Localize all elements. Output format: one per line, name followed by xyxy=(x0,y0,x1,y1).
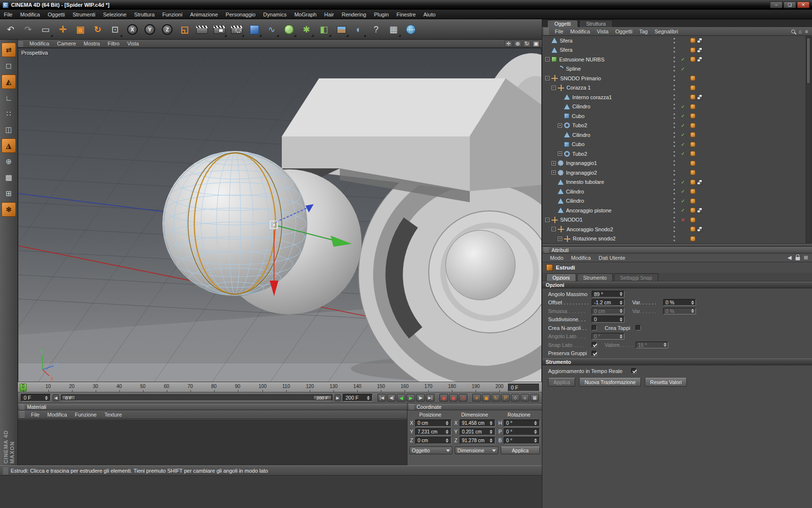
enabled-check-icon[interactable]: ✓ xyxy=(680,104,686,109)
menu-finestre[interactable]: Finestre xyxy=(392,11,420,18)
menu-animazione[interactable]: Animazione xyxy=(186,11,221,18)
enabled-check-icon[interactable]: ✓ xyxy=(680,189,686,194)
spinner-down-icon[interactable] xyxy=(490,423,493,425)
spinner[interactable] xyxy=(534,430,538,434)
toggle-view-icon[interactable]: ▣ xyxy=(532,40,540,47)
visibility-dot-bottom[interactable] xyxy=(673,154,676,157)
crea-nangoli-checkbox[interactable] xyxy=(592,325,597,330)
grip-handle[interactable] xyxy=(544,247,549,252)
make-editable-button[interactable]: ⇄ xyxy=(1,43,16,57)
object-axis-mode-button[interactable]: ⊕ xyxy=(1,154,16,169)
object-tree-item[interactable]: −SNODO Primario xyxy=(542,74,812,83)
edges-mode-button[interactable]: ◫ xyxy=(1,122,16,137)
timeline-layout-button[interactable]: ▦ xyxy=(530,394,539,402)
add-sky-button[interactable]: ◐ xyxy=(350,21,367,38)
enabled-check-icon[interactable]: ✓ xyxy=(680,179,686,185)
spinner-up-icon[interactable] xyxy=(534,430,537,432)
grip-handle[interactable] xyxy=(544,28,549,35)
phong-tag-icon[interactable] xyxy=(690,217,696,223)
offset-field[interactable]: -1.2 cm xyxy=(592,299,624,306)
snap-magnet-button[interactable]: ∪ xyxy=(521,394,529,402)
materials-menu-file[interactable]: File xyxy=(27,412,44,418)
spinner[interactable] xyxy=(45,396,49,400)
scrollbar-thumb[interactable] xyxy=(807,38,811,84)
object-tree-item[interactable]: +Tubo2✓ xyxy=(542,121,812,131)
key-parameter-button[interactable]: P xyxy=(501,394,510,402)
expander-icon[interactable]: + xyxy=(551,170,556,175)
materials-menu-texture[interactable]: Texture xyxy=(101,412,126,418)
spinner[interactable] xyxy=(446,438,450,443)
wireframe-sphere-body[interactable] xyxy=(162,151,307,296)
add-nurbs-button[interactable] xyxy=(281,21,297,38)
visibility-toggles[interactable] xyxy=(673,160,676,166)
menu-rendering[interactable]: Rendering xyxy=(338,11,370,18)
end-frame-field[interactable]: 200 F xyxy=(343,394,373,402)
visibility-dot-top[interactable] xyxy=(673,113,676,116)
coord-value-field[interactable]: 0.201 cm xyxy=(460,428,496,435)
visibility-dot-bottom[interactable] xyxy=(673,60,676,63)
scale-button[interactable]: ▣ xyxy=(72,21,88,38)
phong-tag-icon[interactable] xyxy=(690,198,696,204)
texture-tag-icon[interactable] xyxy=(697,57,702,62)
add-primitive-button[interactable] xyxy=(246,21,262,38)
visibility-toggles[interactable] xyxy=(673,179,676,185)
visibility-dot-bottom[interactable] xyxy=(673,126,676,129)
key-position-button[interactable]: ✛ xyxy=(472,394,481,402)
spinner-down-icon[interactable] xyxy=(490,432,493,434)
visibility-dot-bottom[interactable] xyxy=(673,173,676,176)
texture-tag-icon[interactable] xyxy=(697,208,702,213)
phong-tag-icon[interactable] xyxy=(690,226,696,232)
visibility-toggles[interactable] xyxy=(673,113,676,120)
nuova-trasformazione-button[interactable]: Nuova Trasformazione xyxy=(579,378,641,387)
axis-lock-mode-button[interactable]: ✻ xyxy=(1,202,16,217)
dimensione-dropdown[interactable]: Dimensione xyxy=(455,447,498,454)
scroll-right-button[interactable]: ▶ xyxy=(334,394,341,401)
frame-range-slider[interactable]: 0 F 200 F xyxy=(61,394,333,401)
enabled-check-icon[interactable]: ✓ xyxy=(680,113,686,119)
visibility-toggles[interactable] xyxy=(673,84,676,91)
visibility-toggles[interactable] xyxy=(673,197,676,204)
spinner-down-icon[interactable] xyxy=(446,432,449,434)
visibility-toggles[interactable] xyxy=(673,226,676,233)
object-tree-item[interactable]: Cilindro✓ xyxy=(542,130,812,140)
visibility-dot-top[interactable] xyxy=(673,141,676,144)
spinner-down-icon[interactable] xyxy=(490,441,493,443)
current-frame-box[interactable]: 0 F xyxy=(508,384,539,391)
visibility-dot-bottom[interactable] xyxy=(673,135,676,138)
scroll-left-button[interactable]: ◀ xyxy=(53,394,59,401)
spinner[interactable] xyxy=(534,438,538,443)
spinner[interactable] xyxy=(367,396,371,400)
valore-field[interactable]: 15 ° xyxy=(636,342,668,348)
spinner-down-icon[interactable] xyxy=(534,441,537,443)
spinner-up-icon[interactable] xyxy=(446,438,449,440)
menu-hair[interactable]: Hair xyxy=(320,11,338,18)
visibility-dot-bottom[interactable] xyxy=(673,164,676,166)
spinner[interactable] xyxy=(664,343,668,347)
lock-y-button[interactable]: Y xyxy=(142,21,158,38)
preserva-gruppi-checkbox[interactable] xyxy=(592,351,597,356)
render-view-button[interactable] xyxy=(194,21,210,38)
menu-dynamics[interactable]: Dynamics xyxy=(260,11,290,18)
visibility-toggles[interactable] xyxy=(673,150,676,157)
spinner-up-icon[interactable] xyxy=(534,438,537,440)
last-tool-button[interactable]: ⊡ xyxy=(107,21,123,38)
selection-button[interactable]: ▭ xyxy=(37,21,54,38)
grip-handle[interactable] xyxy=(409,404,414,409)
modifica-menu[interactable]: Modifica xyxy=(567,255,595,261)
spinner[interactable] xyxy=(490,438,494,443)
spinner[interactable] xyxy=(620,317,624,322)
phong-tag-icon[interactable] xyxy=(690,57,696,62)
add-spline-button[interactable]: ∿ xyxy=(263,21,280,38)
visibility-dot-bottom[interactable] xyxy=(673,69,676,72)
visibility-toggles[interactable] xyxy=(673,94,676,101)
applica-button[interactable]: Applica xyxy=(548,378,575,387)
phong-tag-icon[interactable] xyxy=(690,161,696,166)
visibility-dot-bottom[interactable] xyxy=(673,145,676,148)
lock-x-button[interactable]: X xyxy=(124,21,141,38)
model-mode-button[interactable]: ◻ xyxy=(1,59,16,73)
key-pla-button[interactable]: ◇ xyxy=(511,394,520,402)
visibility-dot-bottom[interactable] xyxy=(673,230,676,233)
viewport-menu-modifica[interactable]: Modifica xyxy=(26,41,53,46)
visibility-toggles[interactable] xyxy=(673,141,676,148)
expander-icon[interactable]: − xyxy=(545,76,550,80)
